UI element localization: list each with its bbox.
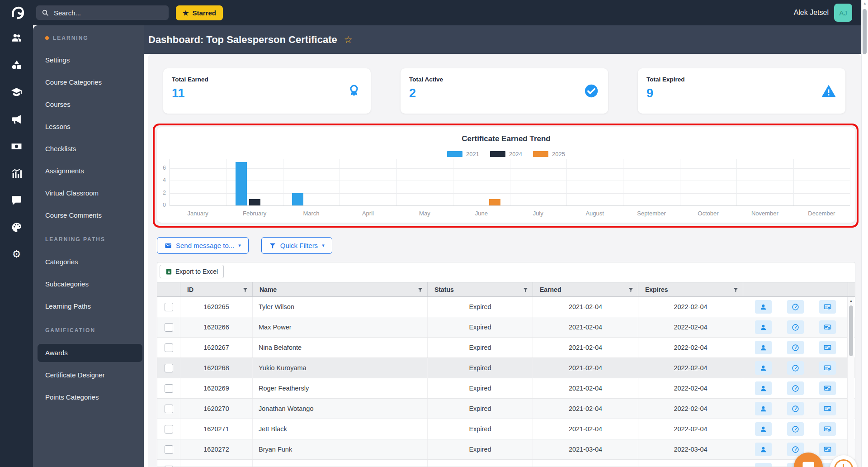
- cell-expires: 2022-02-04: [638, 338, 743, 357]
- filter-funnel-icon[interactable]: [242, 286, 248, 292]
- dashboard-action-button[interactable]: [787, 402, 804, 415]
- sidebar-item-certificate-designer[interactable]: Certificate Designer: [33, 366, 144, 384]
- dashboard-action-button[interactable]: [787, 422, 804, 436]
- palette-icon[interactable]: [0, 221, 33, 234]
- actions-cell: [743, 338, 848, 357]
- export-to-excel-button[interactable]: Export to Excel: [160, 265, 224, 278]
- megaphone-icon[interactable]: [0, 113, 33, 125]
- person-action-button[interactable]: [755, 463, 772, 467]
- checkbox-cell: [157, 317, 180, 337]
- dashboard-action-button[interactable]: [787, 341, 804, 354]
- sidebar-item-lessons[interactable]: Lessons: [33, 118, 144, 136]
- elephant-logo-icon[interactable]: [8, 3, 26, 22]
- send-message-button[interactable]: Send message to... ▾: [157, 237, 249, 254]
- stat-label: Total Earned: [172, 76, 208, 83]
- certificate-action-button[interactable]: [819, 341, 836, 354]
- user-name[interactable]: Alek Jetsel: [794, 9, 829, 17]
- sidebar-item-courses[interactable]: Courses: [33, 95, 144, 114]
- row-checkbox[interactable]: [165, 343, 173, 352]
- favorite-star-icon[interactable]: ☆: [344, 35, 353, 44]
- main-content: Total Earned11Total Active2Total Expired…: [144, 54, 868, 467]
- cell-earned: 2021-02-04: [533, 338, 638, 357]
- row-checkbox[interactable]: [165, 384, 173, 393]
- filter-funnel-icon[interactable]: [733, 286, 739, 292]
- column-header-earned[interactable]: Earned: [533, 282, 638, 296]
- sidebar-item-learning-paths[interactable]: Learning Paths: [33, 297, 144, 315]
- person-action-button[interactable]: [755, 320, 772, 334]
- scroll-up-arrow[interactable]: ▲: [862, 1, 868, 5]
- gridline: [736, 159, 737, 205]
- row-checkbox[interactable]: [165, 303, 173, 311]
- filter-funnel-icon[interactable]: [628, 286, 634, 292]
- person-action-button[interactable]: [755, 402, 772, 415]
- cell-status: Expired: [428, 297, 533, 317]
- person-action-button[interactable]: [755, 443, 772, 456]
- person-action-button[interactable]: [755, 341, 772, 354]
- dashboard-action-button[interactable]: [787, 300, 804, 314]
- x-axis-label-march: March: [283, 210, 340, 217]
- row-checkbox[interactable]: [165, 425, 173, 434]
- shapes-icon[interactable]: [0, 58, 33, 71]
- cell-status: Expired: [428, 419, 533, 439]
- certificate-action-button[interactable]: [819, 422, 836, 436]
- row-checkbox[interactable]: [165, 364, 173, 372]
- row-checkbox[interactable]: [165, 466, 173, 467]
- users-icon[interactable]: [0, 31, 33, 44]
- legend-item-2021[interactable]: 2021: [447, 151, 479, 157]
- column-header-expires[interactable]: Expires: [638, 282, 743, 296]
- banknote-icon[interactable]: [0, 140, 33, 152]
- dashboard-action-button[interactable]: [787, 361, 804, 375]
- column-header-name[interactable]: Name: [253, 282, 428, 296]
- avatar[interactable]: AJ: [834, 4, 852, 22]
- certificate-action-button[interactable]: [819, 361, 836, 375]
- filter-funnel-icon[interactable]: [417, 286, 423, 292]
- checkbox-cell: [157, 378, 180, 398]
- stat-value: 9: [646, 86, 653, 100]
- sidebar-item-checklists[interactable]: Checklists: [33, 140, 144, 158]
- dashboard-action-button[interactable]: [787, 320, 804, 334]
- certificate-action-button[interactable]: [819, 443, 836, 456]
- graduation-cap-icon[interactable]: [0, 86, 33, 98]
- certificate-action-button[interactable]: [819, 320, 836, 334]
- gridline: [283, 159, 283, 205]
- certificate-action-button[interactable]: [819, 381, 836, 395]
- scrollbar-thumb[interactable]: [849, 305, 853, 356]
- search-input[interactable]: [53, 9, 163, 17]
- sidebar-item-awards[interactable]: Awards: [38, 344, 142, 362]
- chat-icon[interactable]: [0, 194, 33, 206]
- certificate-action-button[interactable]: [819, 300, 836, 314]
- starred-button[interactable]: ★ Starred: [176, 5, 223, 20]
- row-checkbox[interactable]: [165, 323, 173, 332]
- column-header-status[interactable]: Status: [428, 282, 533, 296]
- cell-id: 1620272: [180, 439, 253, 459]
- person-action-button[interactable]: [755, 300, 772, 314]
- legend-item-2025[interactable]: 2025: [533, 151, 565, 157]
- dashboard-action-button[interactable]: [787, 381, 804, 395]
- table-row: 1620270Jonathan WotangoExpired2021-02-04…: [157, 399, 855, 419]
- filter-funnel-icon[interactable]: [523, 286, 528, 292]
- sidebar-item-categories[interactable]: Categories: [33, 253, 144, 271]
- quick-filters-button[interactable]: Quick Filters ▾: [261, 237, 332, 254]
- sidebar-item-course-comments[interactable]: Course Comments: [33, 206, 144, 224]
- person-action-button[interactable]: [755, 422, 772, 436]
- bar-chart-icon[interactable]: [0, 167, 33, 180]
- sidebar-item-course-categories[interactable]: Course Categories: [33, 73, 144, 91]
- gear-icon[interactable]: ⚙: [0, 248, 33, 261]
- row-checkbox[interactable]: [165, 405, 173, 413]
- section-header-label: LEARNING PATHS: [45, 236, 105, 243]
- sidebar-item-virtual-classroom[interactable]: Virtual Classroom: [33, 184, 144, 202]
- chart-card: Certificate Earned Trend 202120242025 02…: [157, 127, 855, 223]
- column-header-id[interactable]: ID: [180, 282, 253, 296]
- row-checkbox[interactable]: [165, 445, 173, 454]
- person-action-button[interactable]: [755, 381, 772, 395]
- sidebar-item-subcategories[interactable]: Subcategories: [33, 275, 144, 293]
- legend-item-2024[interactable]: 2024: [490, 151, 522, 157]
- certificate-action-button[interactable]: [819, 402, 836, 415]
- scroll-up-arrow[interactable]: ▲: [848, 299, 854, 303]
- sidebar-item-settings[interactable]: Settings: [33, 51, 144, 69]
- legend-label: 2025: [552, 151, 565, 157]
- person-action-button[interactable]: [755, 361, 772, 375]
- sidebar-item-assignments[interactable]: Assignments: [33, 162, 144, 180]
- scrollbar-thumb[interactable]: [863, 9, 867, 54]
- sidebar-item-points-categories[interactable]: Points Categories: [33, 388, 144, 406]
